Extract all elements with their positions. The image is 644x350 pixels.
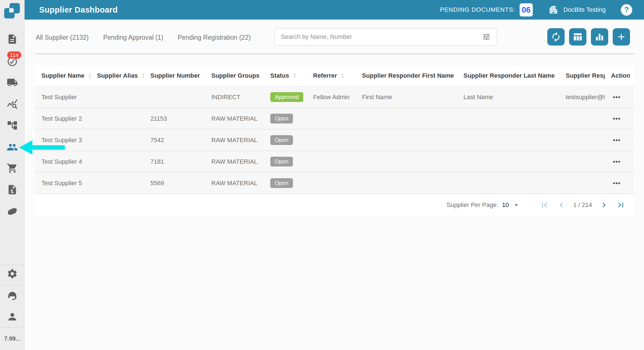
app-version: 7.99... xyxy=(0,335,25,342)
table-row[interactable]: Test Supplier 2 21153 RAW MATERIAL Open xyxy=(35,108,634,130)
last-page-button[interactable] xyxy=(616,200,626,210)
first-page-icon xyxy=(540,200,549,210)
sort-icon xyxy=(202,72,205,80)
cell-supplier-name: Test Supplier 3 xyxy=(35,137,91,144)
account-person-icon[interactable] xyxy=(0,311,25,323)
chart-view-button[interactable] xyxy=(591,28,608,46)
supplier-table: Supplier Name Supplier Alias Supplier Nu… xyxy=(35,65,634,216)
support-headset-icon[interactable] xyxy=(0,290,25,302)
integrations-orbit-icon[interactable] xyxy=(0,205,25,218)
filter-tune-icon[interactable] xyxy=(482,33,491,41)
bar-chart-icon xyxy=(594,32,605,42)
cell-supplier-number: 7542 xyxy=(144,137,205,144)
more-options-icon xyxy=(611,156,622,167)
tabs-divider xyxy=(35,54,634,54)
table-row[interactable]: Test Supplier 4 7181 RAW MATERIAL Open xyxy=(35,151,634,173)
settings-gear-icon[interactable] xyxy=(0,268,25,280)
column-view-button[interactable] xyxy=(569,28,586,46)
table-row[interactable]: Test Supplier 3 7542 RAW MATERIAL Open xyxy=(35,130,634,151)
column-header-supplier-name[interactable]: Supplier Name xyxy=(35,72,91,80)
column-header-responder-last-name[interactable]: Supplier Responder Last Name xyxy=(457,72,559,80)
dropdown-caret-icon xyxy=(512,201,520,209)
sort-icon xyxy=(557,72,559,80)
cell-supplier-groups: RAW MATERIAL xyxy=(205,115,264,122)
shipping-truck-icon[interactable] xyxy=(0,76,25,89)
invoices-icon[interactable] xyxy=(0,184,25,196)
row-actions-button[interactable] xyxy=(605,113,634,124)
chevron-left-icon xyxy=(557,200,566,210)
help-button[interactable]: ? xyxy=(621,4,632,16)
analytics-icon[interactable] xyxy=(0,98,25,110)
row-actions-button[interactable] xyxy=(605,156,634,167)
first-page-button[interactable] xyxy=(540,200,549,210)
tab-all-supplier[interactable]: All Supplier (2132) xyxy=(36,34,89,41)
sort-icon xyxy=(262,72,264,80)
table-pagination: Supplier Per Page: 10 1 / 214 xyxy=(35,194,634,216)
organization-building-icon xyxy=(548,5,558,15)
tab-pending-registration[interactable]: Pending Registration (22) xyxy=(178,34,251,41)
cell-supplier-name: Test Supplier 5 xyxy=(35,180,91,187)
workflow-tree-icon[interactable] xyxy=(0,119,25,132)
tab-pending-approval[interactable]: Pending Approval (1) xyxy=(103,34,163,41)
next-page-button[interactable] xyxy=(599,200,609,210)
main-content: All Supplier (2132) Pending Approval (1)… xyxy=(25,20,644,350)
organization-name[interactable]: DocBits Testing xyxy=(564,6,606,13)
status-badge: Approved xyxy=(270,92,303,102)
sidebar: 114 xyxy=(0,0,25,350)
previous-page-button[interactable] xyxy=(557,200,566,210)
status-badge: Open xyxy=(270,178,293,188)
plus-icon xyxy=(616,32,627,42)
docbits-logo[interactable] xyxy=(0,0,25,20)
suppliers-people-icon[interactable] xyxy=(0,141,25,153)
more-options-icon xyxy=(611,92,622,103)
status-badge: Open xyxy=(270,135,293,145)
cell-supplier-name: Test Supplier xyxy=(35,94,91,101)
column-header-supplier-groups[interactable]: Supplier Groups xyxy=(205,72,264,80)
column-header-status[interactable]: Status xyxy=(264,72,307,80)
refresh-button[interactable] xyxy=(547,28,565,46)
cell-responder-first-name: First Name xyxy=(356,94,457,101)
column-header-action: Action xyxy=(605,72,634,79)
pending-documents-label: PENDING DOCUMENTS: xyxy=(440,6,515,13)
sort-icon xyxy=(87,72,91,80)
per-page-value: 10 xyxy=(502,201,509,209)
column-header-supplier-number[interactable]: Supplier Number xyxy=(144,72,205,80)
cell-responder-last-name: Last Name xyxy=(457,94,559,101)
approvals-count-badge: 114 xyxy=(7,51,21,59)
chevron-right-icon xyxy=(599,200,609,210)
documents-icon[interactable] xyxy=(0,33,25,45)
status-badge: Open xyxy=(270,157,293,166)
search-box xyxy=(274,28,497,46)
page-indicator: 1 / 214 xyxy=(573,201,592,209)
add-supplier-button[interactable] xyxy=(613,28,630,46)
pending-documents-count: 06 xyxy=(520,3,533,16)
row-actions-button[interactable] xyxy=(605,135,634,146)
per-page-label: Supplier Per Page: xyxy=(447,201,498,209)
cell-referrer: Fellow Admin xyxy=(307,94,356,101)
table-row[interactable]: Test Supplier INDIRECT Approved Fellow A… xyxy=(35,87,634,108)
sort-icon xyxy=(291,72,298,80)
column-header-responder-email[interactable]: Supplier Resp xyxy=(559,72,605,79)
last-page-icon xyxy=(616,200,626,210)
column-header-supplier-alias[interactable]: Supplier Alias xyxy=(91,72,144,80)
cell-supplier-groups: INDIRECT xyxy=(205,94,264,101)
column-header-referrer[interactable]: Referrer xyxy=(307,72,356,80)
row-actions-button[interactable] xyxy=(605,178,634,189)
cell-supplier-groups: RAW MATERIAL xyxy=(205,137,264,144)
column-header-responder-first-name[interactable]: Supplier Responder First Name xyxy=(356,72,457,80)
top-header: Supplier Dashboard PENDING DOCUMENTS: 06… xyxy=(25,0,644,20)
search-input[interactable] xyxy=(281,33,482,41)
sidebar-divider xyxy=(0,285,25,285)
help-question-mark: ? xyxy=(624,6,629,14)
purchase-cart-icon[interactable] xyxy=(0,162,25,174)
cell-supplier-groups: RAW MATERIAL xyxy=(205,158,264,165)
cell-status: Open xyxy=(264,178,307,188)
row-actions-button[interactable] xyxy=(605,92,634,103)
sidebar-divider xyxy=(0,327,25,328)
sort-icon xyxy=(339,72,346,80)
table-row[interactable]: Test Supplier 5 5569 RAW MATERIAL Open xyxy=(35,173,634,194)
cell-supplier-number: 5569 xyxy=(144,180,205,187)
per-page-select[interactable]: 10 xyxy=(502,201,520,209)
cell-responder-email: testsupplier@t xyxy=(559,94,605,101)
supplier-tabs: All Supplier (2132) Pending Approval (1)… xyxy=(36,29,251,46)
